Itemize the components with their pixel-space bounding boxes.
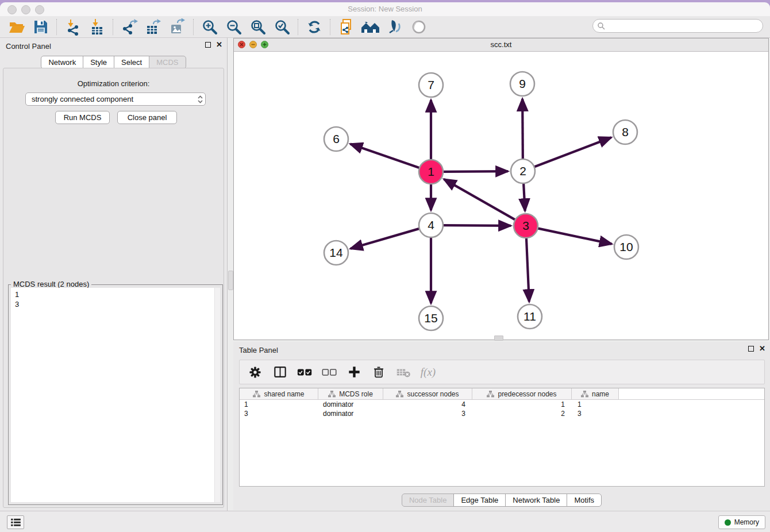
table-cell[interactable]: 1 (572, 400, 619, 409)
select-all-button[interactable] (297, 364, 313, 381)
import-table-icon (88, 18, 106, 36)
mcds-panel: Optimization criterion: strongly connect… (3, 68, 224, 508)
function-builder-button[interactable]: f(x) (420, 364, 436, 381)
node-label-14: 14 (329, 246, 343, 259)
node-label-10: 10 (619, 240, 633, 253)
result-scrollbar[interactable] (214, 288, 220, 502)
birdseye-button[interactable] (407, 17, 431, 37)
tab-network-table[interactable]: Network Table (505, 494, 567, 507)
search-input[interactable] (605, 20, 758, 32)
table-cell[interactable]: dominator (318, 400, 383, 409)
optimization-criterion-label: Optimization criterion: (3, 79, 224, 88)
table-cell[interactable]: 3 (240, 409, 318, 418)
tab-motifs[interactable]: Motifs (567, 494, 602, 507)
node-table: shared nameMCDS rolesuccessor nodesprede… (239, 388, 765, 487)
vertical-split-grip[interactable] (228, 271, 233, 290)
column-header-successor-nodes[interactable]: successor nodes (383, 388, 472, 399)
deselect-all-icon (322, 366, 337, 379)
first-neighbors-button[interactable] (359, 17, 383, 37)
table-cell[interactable]: 3 (383, 409, 472, 418)
export-network-icon (121, 18, 138, 36)
table-settings-button[interactable] (247, 364, 263, 381)
edge-3-to-1[interactable] (444, 179, 515, 220)
tab-edge-table[interactable]: Edge Table (453, 494, 506, 507)
table-cell[interactable]: 2 (472, 409, 572, 418)
table-cell[interactable]: dominator (318, 409, 383, 418)
float-table-panel-icon[interactable] (748, 346, 754, 352)
table-panel-title: Table Panel (239, 346, 278, 354)
mcds-result-textarea[interactable]: 13 (11, 288, 220, 502)
column-header-name[interactable]: name (572, 388, 619, 399)
close-panel-button[interactable]: Close panel (117, 111, 177, 124)
edge-1-to-6[interactable] (351, 144, 420, 168)
tab-network[interactable]: Network (41, 56, 83, 69)
edge-4-to-3[interactable] (443, 225, 511, 226)
column-header-mcds-role[interactable]: MCDS role (318, 388, 383, 399)
horizontal-split-grip[interactable] (494, 336, 503, 341)
close-panel-icon[interactable]: ✕ (216, 42, 222, 48)
export-table-button[interactable] (141, 17, 165, 37)
tab-style[interactable]: Style (83, 56, 114, 69)
tab-select[interactable]: Select (114, 56, 149, 69)
edge-2-to-9[interactable] (522, 99, 523, 159)
delete-column-button[interactable] (371, 364, 387, 381)
edge-3-to-11[interactable] (526, 238, 529, 302)
trash-icon (372, 365, 386, 379)
home-icon (361, 18, 380, 36)
run-mcds-button[interactable]: Run MCDS (55, 111, 110, 124)
table-cell[interactable]: 4 (383, 400, 472, 409)
table-row[interactable]: 1dominator411 (240, 400, 764, 409)
column-header-label: predecessor nodes (498, 390, 556, 398)
edge-1-to-2[interactable] (443, 171, 508, 172)
clone-network-button[interactable] (334, 17, 359, 37)
visual-style-button[interactable] (383, 17, 407, 37)
memory-button[interactable]: Memory (718, 515, 765, 529)
toolbar-separator (330, 19, 331, 35)
zoom-in-icon (201, 18, 218, 36)
criterion-select[interactable]: strongly connected component (25, 92, 206, 106)
close-table-panel-icon[interactable]: ✕ (759, 346, 765, 352)
column-header-shared-name[interactable]: shared name (240, 388, 318, 399)
zoom-fit-button[interactable] (246, 17, 270, 37)
node-label-3: 3 (522, 219, 529, 232)
network-window-titlebar[interactable]: scc.txt (234, 38, 768, 52)
create-column-button[interactable] (346, 364, 362, 381)
edge-3-to-10[interactable] (538, 228, 612, 244)
edge-4-to-14[interactable] (351, 229, 419, 249)
import-table-button[interactable] (85, 17, 109, 37)
control-panel-title: Control Panel (6, 42, 51, 51)
task-history-button[interactable] (7, 515, 24, 529)
tab-mcds[interactable]: MCDS (149, 56, 186, 69)
table-row[interactable]: 3dominator323 (240, 409, 764, 418)
float-panel-icon[interactable] (205, 42, 211, 48)
import-network-button[interactable] (61, 17, 85, 37)
column-header-predecessor-nodes[interactable]: predecessor nodes (472, 388, 572, 399)
save-session-button[interactable] (29, 17, 53, 37)
tab-node-table[interactable]: Node Table (402, 494, 455, 507)
save-disk-icon (32, 18, 49, 36)
edge-2-to-8[interactable] (534, 137, 611, 167)
export-image-button[interactable] (165, 17, 190, 37)
node-label-4: 4 (428, 218, 434, 232)
edge-2-to-3[interactable] (523, 183, 525, 211)
toggle-columns-button[interactable] (272, 364, 288, 381)
zoom-out-button[interactable] (222, 17, 246, 37)
table-cell[interactable]: 1 (472, 400, 572, 409)
deselect-all-button[interactable] (321, 364, 337, 381)
toolbar-separator (56, 19, 57, 35)
refresh-layout-button[interactable] (302, 17, 326, 37)
table-cell[interactable]: 1 (240, 400, 318, 409)
network-canvas[interactable]: 7968124314101511 (234, 52, 768, 340)
mcds-result-title: MCDS result (2 nodes) (11, 280, 91, 288)
table-cell[interactable]: 3 (572, 409, 619, 418)
export-network-button[interactable] (117, 17, 141, 37)
delete-table-button[interactable] (395, 364, 411, 381)
hierarchy-icon (328, 391, 336, 398)
open-file-button[interactable] (5, 17, 29, 37)
zoom-out-icon (225, 18, 242, 36)
memory-status-icon (725, 519, 731, 526)
zoom-in-button[interactable] (198, 17, 222, 37)
visual-style-icon (386, 18, 403, 36)
zoom-selected-button[interactable] (270, 17, 294, 37)
network-view-window: scc.txt 7968124314101511 (233, 38, 769, 340)
